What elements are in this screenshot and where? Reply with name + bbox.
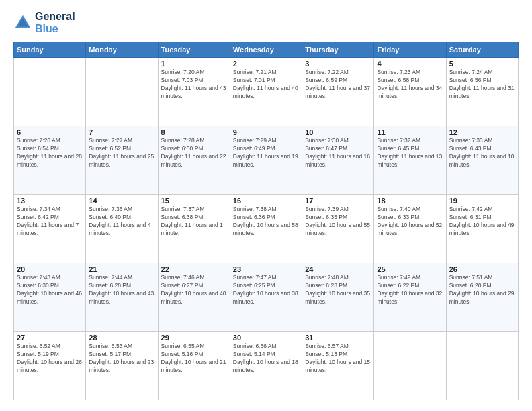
day-info: Sunrise: 7:51 AM Sunset: 6:20 PM Dayligh…: [449, 274, 515, 306]
logo-icon: [13, 13, 32, 32]
day-number: 1: [161, 60, 227, 68]
calendar-cell: 24Sunrise: 7:48 AM Sunset: 6:23 PM Dayli…: [302, 263, 374, 332]
calendar-cell: 22Sunrise: 7:46 AM Sunset: 6:27 PM Dayli…: [158, 263, 230, 332]
calendar-cell: 5Sunrise: 7:24 AM Sunset: 6:56 PM Daylig…: [446, 58, 518, 126]
day-info: Sunrise: 7:32 AM Sunset: 6:45 PM Dayligh…: [377, 137, 443, 169]
calendar-cell: 1Sunrise: 7:20 AM Sunset: 7:03 PM Daylig…: [158, 58, 230, 126]
calendar-week-row: 13Sunrise: 7:34 AM Sunset: 6:42 PM Dayli…: [14, 195, 519, 263]
calendar-cell: 27Sunrise: 6:52 AM Sunset: 5:19 PM Dayli…: [14, 332, 86, 400]
calendar-cell: 3Sunrise: 7:22 AM Sunset: 6:59 PM Daylig…: [302, 58, 374, 126]
calendar-week-row: 6Sunrise: 7:26 AM Sunset: 6:54 PM Daylig…: [14, 126, 519, 195]
calendar-cell: 28Sunrise: 6:53 AM Sunset: 5:17 PM Dayli…: [86, 332, 158, 400]
day-info: Sunrise: 7:48 AM Sunset: 6:23 PM Dayligh…: [305, 274, 371, 306]
calendar-cell: 9Sunrise: 7:29 AM Sunset: 6:49 PM Daylig…: [230, 126, 302, 195]
day-info: Sunrise: 7:47 AM Sunset: 6:25 PM Dayligh…: [233, 274, 299, 306]
day-info: Sunrise: 7:42 AM Sunset: 6:31 PM Dayligh…: [449, 205, 515, 238]
day-info: Sunrise: 6:56 AM Sunset: 5:14 PM Dayligh…: [233, 342, 299, 375]
calendar-cell: 29Sunrise: 6:55 AM Sunset: 5:16 PM Dayli…: [158, 332, 230, 400]
calendar-cell: 20Sunrise: 7:43 AM Sunset: 6:30 PM Dayli…: [14, 263, 86, 332]
day-number: 12: [449, 128, 515, 136]
day-info: Sunrise: 7:49 AM Sunset: 6:22 PM Dayligh…: [377, 274, 443, 306]
day-info: Sunrise: 7:40 AM Sunset: 6:33 PM Dayligh…: [377, 205, 443, 238]
day-info: Sunrise: 6:57 AM Sunset: 5:13 PM Dayligh…: [305, 342, 371, 375]
page: General Blue SundayMondayTuesdayWednesda…: [0, 0, 532, 411]
calendar-cell: 12Sunrise: 7:33 AM Sunset: 6:43 PM Dayli…: [446, 126, 518, 195]
day-number: 18: [377, 197, 443, 205]
calendar-day-header: Saturday: [446, 42, 518, 58]
calendar-cell: 23Sunrise: 7:47 AM Sunset: 6:25 PM Dayli…: [230, 263, 302, 332]
day-number: 13: [17, 197, 83, 205]
day-number: 7: [89, 128, 154, 136]
calendar-week-row: 27Sunrise: 6:52 AM Sunset: 5:19 PM Dayli…: [14, 332, 519, 400]
day-number: 21: [89, 265, 154, 273]
calendar-cell: 2Sunrise: 7:21 AM Sunset: 7:01 PM Daylig…: [230, 58, 302, 126]
day-number: 24: [305, 265, 371, 273]
calendar-cell: [14, 58, 86, 126]
calendar-cell: 15Sunrise: 7:37 AM Sunset: 6:38 PM Dayli…: [158, 195, 230, 263]
day-number: 25: [377, 265, 443, 273]
calendar-cell: [446, 332, 518, 400]
day-number: 14: [89, 197, 154, 205]
calendar-cell: 14Sunrise: 7:35 AM Sunset: 6:40 PM Dayli…: [86, 195, 158, 263]
calendar-cell: 7Sunrise: 7:27 AM Sunset: 6:52 PM Daylig…: [86, 126, 158, 195]
day-number: 4: [377, 60, 443, 68]
day-info: Sunrise: 7:44 AM Sunset: 6:28 PM Dayligh…: [89, 274, 154, 306]
header: General Blue: [13, 11, 519, 35]
calendar-week-row: 20Sunrise: 7:43 AM Sunset: 6:30 PM Dayli…: [14, 263, 519, 332]
day-info: Sunrise: 7:20 AM Sunset: 7:03 PM Dayligh…: [161, 68, 227, 101]
day-info: Sunrise: 7:35 AM Sunset: 6:40 PM Dayligh…: [89, 205, 154, 238]
calendar-cell: 31Sunrise: 6:57 AM Sunset: 5:13 PM Dayli…: [302, 332, 374, 400]
calendar-cell: 26Sunrise: 7:51 AM Sunset: 6:20 PM Dayli…: [446, 263, 518, 332]
calendar-cell: 17Sunrise: 7:39 AM Sunset: 6:35 PM Dayli…: [302, 195, 374, 263]
day-number: 6: [17, 128, 83, 136]
day-info: Sunrise: 6:55 AM Sunset: 5:16 PM Dayligh…: [161, 342, 227, 375]
day-info: Sunrise: 7:30 AM Sunset: 6:47 PM Dayligh…: [305, 137, 371, 169]
day-number: 27: [17, 334, 83, 342]
day-number: 17: [305, 197, 371, 205]
day-number: 23: [233, 265, 299, 273]
day-number: 31: [305, 334, 371, 342]
day-number: 9: [233, 128, 299, 136]
day-number: 19: [449, 197, 515, 205]
logo: General Blue: [13, 11, 75, 35]
calendar-cell: 6Sunrise: 7:26 AM Sunset: 6:54 PM Daylig…: [14, 126, 86, 195]
calendar-day-header: Tuesday: [158, 42, 230, 58]
logo-text: General Blue: [35, 11, 75, 35]
calendar-cell: 18Sunrise: 7:40 AM Sunset: 6:33 PM Dayli…: [374, 195, 446, 263]
day-number: 28: [89, 334, 154, 342]
day-number: 26: [449, 265, 515, 273]
day-info: Sunrise: 7:29 AM Sunset: 6:49 PM Dayligh…: [233, 137, 299, 169]
calendar-cell: 21Sunrise: 7:44 AM Sunset: 6:28 PM Dayli…: [86, 263, 158, 332]
calendar-cell: [86, 58, 158, 126]
calendar-cell: 16Sunrise: 7:38 AM Sunset: 6:36 PM Dayli…: [230, 195, 302, 263]
calendar-cell: 10Sunrise: 7:30 AM Sunset: 6:47 PM Dayli…: [302, 126, 374, 195]
day-info: Sunrise: 7:28 AM Sunset: 6:50 PM Dayligh…: [161, 137, 227, 169]
day-number: 15: [161, 197, 227, 205]
day-info: Sunrise: 7:27 AM Sunset: 6:52 PM Dayligh…: [89, 137, 154, 169]
calendar-week-row: 1Sunrise: 7:20 AM Sunset: 7:03 PM Daylig…: [14, 58, 519, 126]
day-info: Sunrise: 7:26 AM Sunset: 6:54 PM Dayligh…: [17, 137, 83, 169]
calendar-cell: 25Sunrise: 7:49 AM Sunset: 6:22 PM Dayli…: [374, 263, 446, 332]
calendar-cell: 19Sunrise: 7:42 AM Sunset: 6:31 PM Dayli…: [446, 195, 518, 263]
calendar-cell: 8Sunrise: 7:28 AM Sunset: 6:50 PM Daylig…: [158, 126, 230, 195]
calendar-day-header: Monday: [86, 42, 158, 58]
calendar-day-header: Sunday: [14, 42, 86, 58]
calendar-cell: 11Sunrise: 7:32 AM Sunset: 6:45 PM Dayli…: [374, 126, 446, 195]
day-number: 29: [161, 334, 227, 342]
day-info: Sunrise: 7:33 AM Sunset: 6:43 PM Dayligh…: [449, 137, 515, 169]
day-info: Sunrise: 7:46 AM Sunset: 6:27 PM Dayligh…: [161, 274, 227, 306]
day-info: Sunrise: 6:52 AM Sunset: 5:19 PM Dayligh…: [17, 342, 83, 375]
day-number: 10: [305, 128, 371, 136]
day-number: 30: [233, 334, 299, 342]
day-info: Sunrise: 6:53 AM Sunset: 5:17 PM Dayligh…: [89, 342, 154, 375]
day-number: 22: [161, 265, 227, 273]
day-info: Sunrise: 7:34 AM Sunset: 6:42 PM Dayligh…: [17, 205, 83, 238]
day-info: Sunrise: 7:39 AM Sunset: 6:35 PM Dayligh…: [305, 205, 371, 238]
day-number: 2: [233, 60, 299, 68]
calendar-cell: 30Sunrise: 6:56 AM Sunset: 5:14 PM Dayli…: [230, 332, 302, 400]
day-info: Sunrise: 7:43 AM Sunset: 6:30 PM Dayligh…: [17, 274, 83, 306]
calendar-day-header: Thursday: [302, 42, 374, 58]
day-number: 8: [161, 128, 227, 136]
day-info: Sunrise: 7:24 AM Sunset: 6:56 PM Dayligh…: [449, 68, 515, 101]
day-number: 11: [377, 128, 443, 136]
